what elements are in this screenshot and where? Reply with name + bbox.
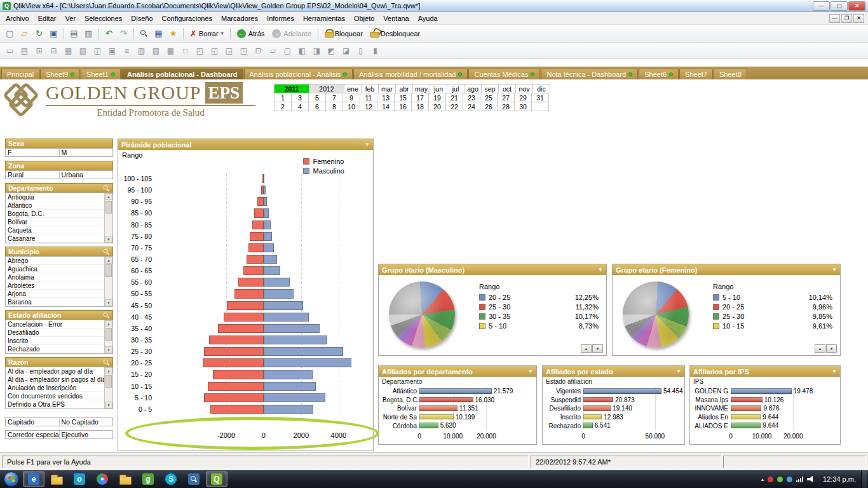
day-17[interactable]: 17	[411, 93, 429, 102]
femenino-bar[interactable]	[227, 301, 263, 310]
tab-sheet9[interactable]: Sheet9	[40, 69, 80, 79]
day-9[interactable]: 9	[342, 93, 360, 102]
femenino-bar[interactable]	[203, 358, 264, 367]
print-preview-button[interactable]: ▥	[81, 27, 96, 41]
masculino-bar[interactable]	[264, 347, 343, 356]
design-tool-button[interactable]: □	[178, 44, 193, 58]
listbox-caption[interactable]: Sexo	[5, 139, 113, 148]
bar-bogota-d-c[interactable]	[419, 397, 473, 403]
value-arboletes[interactable]: Arboletes	[6, 281, 104, 290]
design-tool-button[interactable]: ⊡	[251, 44, 266, 58]
femenino-bar[interactable]	[257, 197, 264, 206]
folder-icon[interactable]	[46, 471, 67, 487]
network-icon[interactable]	[796, 477, 803, 482]
clear-selections-button[interactable]: ✗Borrar▾	[186, 28, 227, 39]
masculino-bar[interactable]	[264, 324, 320, 333]
value-rural[interactable]: Rural	[6, 171, 60, 179]
value-m[interactable]: M	[60, 149, 113, 156]
femenino-bar[interactable]	[254, 208, 264, 217]
maximize-button[interactable]: ▢	[831, 1, 848, 11]
redo-button[interactable]: ↷	[116, 27, 131, 41]
menu-ayuda[interactable]: Ayuda	[414, 13, 442, 24]
design-tool-button[interactable]: ▱	[266, 44, 280, 58]
scrollbar[interactable]: ▲▼	[104, 320, 112, 353]
menu-objeto[interactable]: Objeto	[349, 13, 379, 24]
design-tool-button[interactable]: ◨	[309, 44, 324, 58]
masculino-bar[interactable]	[264, 232, 273, 241]
bar-suspendid[interactable]	[583, 397, 613, 403]
menu-ver[interactable]: Ver	[60, 13, 80, 24]
femenino-bar[interactable]	[210, 405, 264, 414]
day-24[interactable]: 24	[463, 102, 480, 111]
value-anolaima[interactable]: Anolaima	[6, 273, 104, 281]
design-tool-button[interactable]: ▦	[61, 44, 76, 58]
femenino-bar[interactable]	[224, 313, 264, 322]
search-icon[interactable]	[104, 185, 109, 191]
femenino-bar[interactable]	[234, 289, 264, 298]
bar-rechazado[interactable]	[583, 423, 593, 428]
masculino-bar[interactable]	[264, 186, 266, 194]
masculino-bar[interactable]	[264, 220, 271, 229]
mdi-close-button[interactable]: ✕	[853, 14, 864, 23]
menu-archivo[interactable]: Archivo	[1, 13, 34, 24]
current-selections-button[interactable]: ▦	[151, 27, 166, 41]
search-button[interactable]	[137, 27, 151, 41]
value-casanare[interactable]: Casanare	[6, 234, 104, 243]
scroll-up-icon[interactable]: ▲	[105, 193, 112, 200]
scroll-down-button[interactable]: ▼	[592, 344, 603, 353]
value-bolivar[interactable]: Bolívar	[6, 218, 104, 226]
open-file-button[interactable]: ▱	[17, 27, 32, 41]
masculino-bar[interactable]	[264, 382, 316, 391]
design-tool-button[interactable]: ⊞	[32, 44, 46, 58]
masculino-bar[interactable]	[264, 174, 264, 183]
legend-item[interactable]: 20 - 259,96%	[713, 302, 832, 311]
day-3[interactable]: 3	[291, 93, 309, 102]
menu-editar[interactable]: Editar	[34, 13, 61, 24]
value-atlantico[interactable]: Atlántico	[6, 201, 104, 210]
bar-norte-de-sa[interactable]	[419, 414, 454, 420]
bar-desafiliado[interactable]	[583, 405, 611, 411]
design-tool-button[interactable]: ▨	[149, 44, 163, 58]
qlikview-icon[interactable]: Q	[206, 471, 227, 487]
scroll-down-icon[interactable]: ▼	[105, 299, 112, 306]
scrollbar[interactable]: ▲▼	[104, 367, 112, 409]
scroll-up-button[interactable]: ▲	[581, 344, 592, 353]
value-bogota-d-c[interactable]: Bogota, D.C.	[6, 210, 104, 218]
green-app-icon[interactable]: g	[137, 471, 159, 487]
legend-item[interactable]: 10 - 159,61%	[713, 321, 832, 330]
value-ejecutivo[interactable]: Ejecutivo	[60, 431, 113, 438]
value-rechazado[interactable]: Rechazado	[6, 345, 104, 353]
design-tool-button[interactable]: ▣	[105, 44, 119, 58]
tray-blue-icon[interactable]	[787, 477, 792, 482]
masculino-bar[interactable]	[264, 405, 313, 414]
masculino-bar[interactable]	[264, 393, 325, 402]
bar-bolivar[interactable]	[419, 405, 458, 411]
design-tool-button[interactable]: ▮	[368, 44, 383, 58]
print-button[interactable]: ▤	[67, 27, 81, 41]
new-document-button[interactable]: ▢	[3, 27, 17, 41]
caption-menu-caret-icon[interactable]: ▼	[832, 267, 837, 273]
menu-herramientas[interactable]: Herramientas	[299, 13, 349, 24]
day-20[interactable]: 20	[428, 102, 446, 111]
scroll-thumb[interactable]	[105, 328, 112, 341]
design-tool-button[interactable]: ◧	[295, 44, 309, 58]
design-tool-button[interactable]: ◫	[90, 44, 105, 58]
value-baranoa[interactable]: Baranoa	[6, 298, 104, 306]
month-jun[interactable]: jun	[430, 84, 447, 93]
tab-analisis-poblacional-dashboard[interactable]: Análisis poblacional - Dashboard	[121, 69, 243, 79]
scroll-up-icon[interactable]: ▲	[105, 320, 112, 327]
femenino-bar[interactable]	[204, 393, 264, 402]
masculino-bar[interactable]	[264, 197, 267, 206]
femenino-bar[interactable]	[218, 324, 264, 333]
design-tool-button[interactable]: ▤	[17, 44, 32, 58]
search-icon[interactable]	[104, 312, 109, 318]
tab-nota-tecnica-dashboard[interactable]: Nota técnica - Dashboard	[541, 69, 638, 79]
bar-cordoba[interactable]	[419, 423, 438, 428]
day-13[interactable]: 13	[377, 93, 395, 102]
bar-innovame[interactable]	[731, 405, 761, 411]
tab-cuentas-medicas[interactable]: Cuentas Médicas	[468, 69, 540, 79]
day-28[interactable]: 28	[497, 102, 515, 111]
pie-graphic[interactable]	[623, 281, 689, 348]
year-2012[interactable]: 2012	[309, 84, 344, 93]
tab-analisis-morbilidad-mortalidad[interactable]: Análisis morbilidad / mortalidad	[353, 69, 468, 79]
